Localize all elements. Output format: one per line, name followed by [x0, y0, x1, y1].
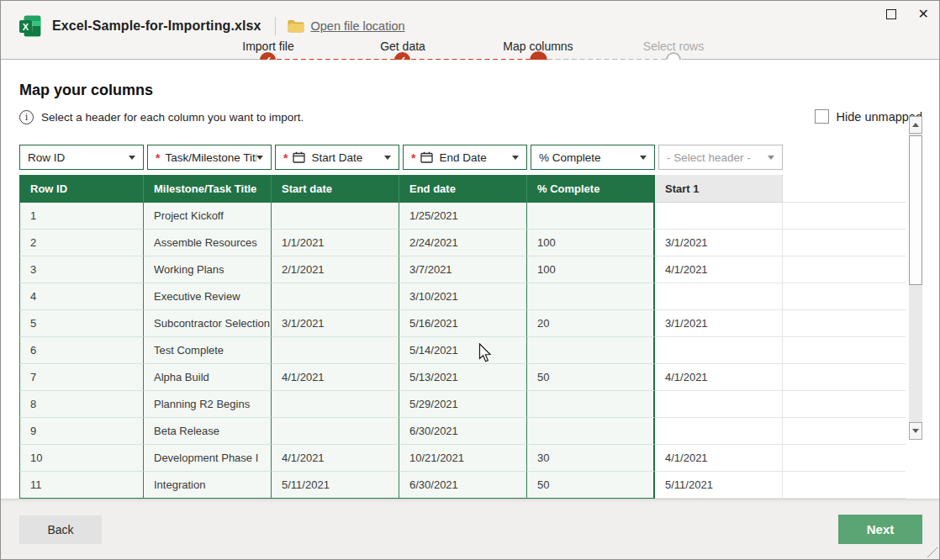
table-row: 2Assemble Resources1/1/20212/24/20211003…: [19, 230, 906, 256]
back-button[interactable]: Back: [19, 515, 102, 544]
column-header-start-date: Start date: [272, 175, 399, 203]
header-select-unmapped[interactable]: - Select header -: [658, 145, 783, 170]
table-row: 6Test Complete5/14/2021: [19, 337, 906, 364]
header-select-percent-complete[interactable]: % Complete: [531, 145, 655, 170]
header-select-end-date[interactable]: * End Date: [403, 145, 527, 170]
table-cell: Test Complete: [144, 337, 272, 364]
table-cell: [783, 445, 906, 472]
table-cell: 3/1/2021: [655, 310, 783, 337]
column-header-task-title: Milestone/Task Title: [144, 175, 272, 203]
page-title: Map your columns: [19, 82, 153, 99]
table-cell: 2/1/2021: [272, 256, 399, 283]
open-file-location-link[interactable]: Open file location: [311, 19, 405, 33]
table-cell: [783, 337, 906, 364]
table-cell: 3/7/2021: [399, 256, 527, 283]
table-cell: [527, 283, 655, 310]
table-cell: 1/1/2021: [272, 230, 399, 256]
table-row: 5Subcontractor Selection3/1/20215/16/202…: [19, 310, 906, 337]
preview-table: Row ID Milestone/Task Title Start date E…: [19, 175, 906, 499]
table-cell: [527, 418, 655, 445]
chevron-down-icon: [640, 156, 647, 160]
table-cell: 7: [19, 364, 144, 391]
table-cell: [272, 203, 399, 230]
table-cell: Planning R2 Begins: [144, 391, 272, 418]
maximize-icon[interactable]: [886, 9, 896, 19]
column-header-percent-complete: % Complete: [527, 175, 655, 203]
table-cell: [655, 418, 783, 445]
table-cell: 4: [19, 283, 144, 310]
column-header-row-id: Row ID: [19, 175, 144, 203]
required-asterisk: *: [283, 151, 288, 165]
table-cell: Working Plans: [144, 256, 272, 283]
table-cell: 6/30/2021: [399, 472, 527, 499]
column-header-end-date: End date: [399, 175, 527, 203]
next-button[interactable]: Next: [838, 515, 922, 544]
table-body: 1Project Kickoff1/25/20212Assemble Resou…: [19, 203, 906, 499]
scroll-down-button[interactable]: [909, 422, 922, 440]
scrollbar-thumb[interactable]: [909, 135, 922, 285]
table-cell: 4/1/2021: [272, 445, 399, 472]
close-icon[interactable]: ✕: [918, 8, 929, 21]
resize-grip[interactable]: [927, 547, 937, 557]
table-cell: 4/1/2021: [655, 256, 783, 283]
table-cell: 4/1/2021: [655, 364, 783, 391]
table-cell: 1/25/2021: [399, 203, 527, 230]
table-cell: [655, 283, 783, 310]
info-icon: i: [19, 110, 34, 124]
table-cell: [783, 391, 906, 418]
step-label-select-rows: Select rows: [615, 40, 732, 53]
table-cell: Development Phase I: [144, 445, 272, 472]
table-row: 1Project Kickoff1/25/2021: [19, 203, 906, 230]
scroll-up-button[interactable]: [909, 116, 922, 134]
dropdown-value: End Date: [439, 151, 486, 164]
table-cell: 4/1/2021: [655, 445, 783, 472]
header-select-row-id[interactable]: Row ID: [19, 145, 144, 170]
hide-unmapped-checkbox[interactable]: [815, 109, 829, 124]
table-cell: [527, 203, 655, 230]
table-cell: [783, 230, 906, 256]
column-header-start-1: Start 1: [655, 175, 783, 203]
table-cell: 20: [527, 310, 655, 337]
table-cell: [527, 391, 655, 418]
dropdown-value: Task/Milestone Title: [165, 151, 256, 164]
table-row: 10Development Phase I4/1/202110/21/20213…: [19, 445, 906, 472]
excel-file-icon: X: [18, 14, 42, 38]
calendar-icon: [420, 151, 433, 163]
footer-bar: Back Next: [1, 499, 940, 560]
table-cell: 100: [527, 230, 655, 256]
table-cell: 50: [527, 364, 655, 391]
chevron-down-icon: [512, 156, 519, 160]
header-select-task-title[interactable]: * Task/Milestone Title: [147, 145, 272, 170]
required-asterisk: *: [156, 151, 160, 165]
step-label-get-data: Get data: [344, 40, 462, 53]
column-header-empty: [783, 175, 906, 203]
table-cell: 6: [19, 337, 144, 364]
table-cell: [272, 391, 399, 418]
table-cell: 5/11/2021: [272, 472, 399, 499]
table-cell: 10: [19, 445, 144, 472]
chevron-down-icon: [384, 156, 391, 160]
table-cell: [783, 418, 906, 445]
hide-unmapped-toggle[interactable]: Hide unmapped: [815, 109, 922, 124]
table-cell: [783, 256, 906, 283]
table-cell: [272, 337, 399, 364]
table-row: 9Beta Release6/30/2021: [19, 418, 906, 445]
table-cell: 2/24/2021: [399, 230, 527, 256]
table-row: 4Executive Review3/10/2021: [19, 283, 906, 310]
table-cell: 11: [19, 472, 144, 499]
chevron-down-icon: [256, 156, 263, 160]
vertical-scrollbar[interactable]: [909, 116, 922, 440]
table-cell: Integration: [144, 472, 272, 499]
table-cell: Project Kickoff: [144, 203, 272, 230]
file-title: Excel-Sample-for-Importing.xlsx: [52, 18, 261, 34]
table-cell: 50: [527, 472, 655, 499]
table-cell: Assemble Resources: [144, 230, 272, 256]
required-asterisk: *: [411, 151, 415, 165]
table-cell: Beta Release: [144, 418, 272, 445]
dropdown-value: - Select header -: [667, 151, 751, 164]
table-row: 3Working Plans2/1/20213/7/20211004/1/202…: [19, 256, 906, 283]
scrollbar-track[interactable]: [909, 134, 922, 422]
table-cell: [655, 203, 783, 230]
header-select-start-date[interactable]: * Start Date: [275, 145, 399, 170]
dropdown-value: Start Date: [311, 151, 362, 164]
